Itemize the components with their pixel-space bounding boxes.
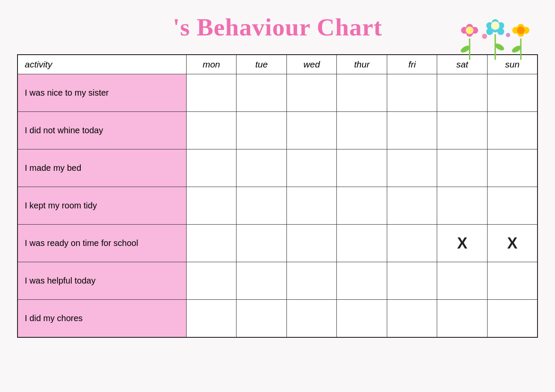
day-cell[interactable] [286,74,337,112]
day-cell[interactable] [387,112,437,149]
day-cell[interactable] [186,74,237,112]
svg-point-23 [482,34,487,39]
day-cell[interactable] [286,300,337,337]
day-cell[interactable] [387,74,437,112]
day-cell[interactable] [387,187,437,225]
day-cell[interactable] [337,74,387,112]
day-cell[interactable] [286,149,337,187]
table-row: I was helpful today [18,262,537,300]
day-cell[interactable] [286,187,337,225]
svg-point-22 [517,26,525,34]
flower-decoration [453,9,538,64]
day-cell[interactable] [186,149,237,187]
day-cell[interactable] [437,262,488,300]
col-header-wed: wed [286,55,337,74]
day-cell[interactable] [437,149,488,187]
table-row: I did my chores [18,300,537,337]
day-cell[interactable] [437,187,488,225]
day-cell[interactable] [337,149,387,187]
table-row: I was ready on time for schoolXX [18,225,537,262]
day-cell[interactable] [487,300,537,337]
day-cell[interactable] [337,187,387,225]
svg-point-10 [466,26,473,34]
day-cell[interactable] [237,74,287,112]
svg-point-15 [486,28,493,35]
day-cell[interactable] [337,300,387,337]
day-cell[interactable] [237,112,287,149]
col-header-thur: thur [337,55,387,74]
behaviour-table: activity mon tue wed thur fri sat sun I … [17,54,538,338]
day-cell[interactable] [387,262,437,300]
day-cell[interactable]: X [487,225,537,262]
table-row: I kept my room tidy [18,187,537,225]
day-cell[interactable] [437,74,488,112]
day-cell[interactable] [437,300,488,337]
page: 's Behaviour Chart [9,0,546,346]
day-cell[interactable] [237,262,287,300]
day-cell[interactable] [487,74,537,112]
day-cell[interactable] [487,112,537,149]
table-row: I was nice to my sister [18,74,537,112]
activity-cell: I kept my room tidy [18,187,186,225]
day-cell[interactable] [237,149,287,187]
table-row: I did not whine today [18,112,537,149]
day-cell[interactable] [487,262,537,300]
day-cell[interactable] [237,225,287,262]
day-cell[interactable] [487,187,537,225]
activity-cell: I did my chores [18,300,186,337]
day-cell[interactable]: X [437,225,488,262]
activity-cell: I made my bed [18,149,186,187]
col-header-tue: tue [237,55,287,74]
header: 's Behaviour Chart [17,13,538,41]
day-cell[interactable] [237,300,287,337]
svg-point-17 [491,21,500,30]
day-cell[interactable] [186,262,237,300]
activity-cell: I was nice to my sister [18,74,186,112]
day-cell[interactable] [487,149,537,187]
day-cell[interactable] [387,149,437,187]
svg-point-24 [506,33,510,37]
day-cell[interactable] [337,225,387,262]
day-cell[interactable] [437,112,488,149]
day-cell[interactable] [286,225,337,262]
page-title: 's Behaviour Chart [173,13,383,41]
day-cell[interactable] [186,300,237,337]
activity-cell: I was ready on time for school [18,225,186,262]
activity-cell: I did not whine today [18,112,186,149]
col-header-fri: fri [387,55,437,74]
day-cell[interactable] [186,187,237,225]
day-cell[interactable] [286,262,337,300]
day-cell[interactable] [337,262,387,300]
table-row: I made my bed [18,149,537,187]
day-cell[interactable] [387,225,437,262]
day-cell[interactable] [186,112,237,149]
col-header-mon: mon [186,55,237,74]
day-cell[interactable] [286,112,337,149]
col-header-activity: activity [18,55,186,74]
day-cell[interactable] [337,112,387,149]
day-cell[interactable] [186,225,237,262]
activity-cell: I was helpful today [18,262,186,300]
day-cell[interactable] [387,300,437,337]
svg-point-16 [497,28,504,35]
day-cell[interactable] [237,187,287,225]
